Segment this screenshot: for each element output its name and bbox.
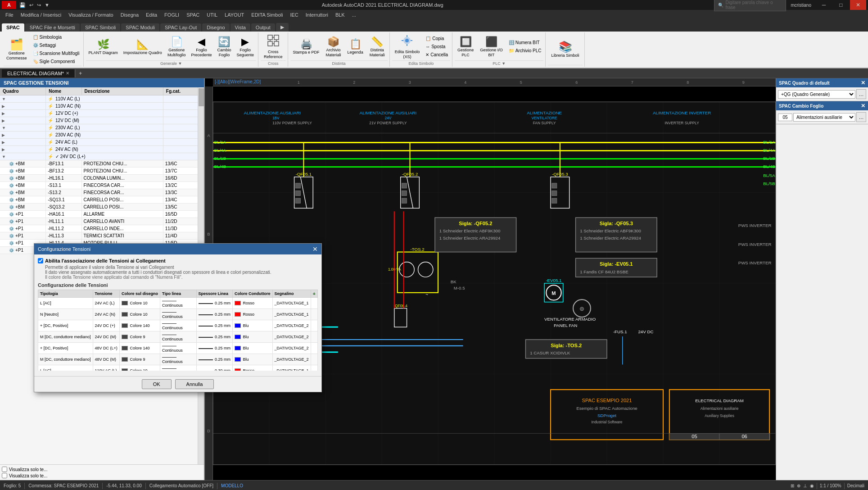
restore-btn[interactable]: □	[833, 0, 849, 10]
btn-stampa-pdf[interactable]: 🖨️ Stampa e PDF	[290, 34, 322, 60]
tension-row[interactable]: ⚙️+BM -HL16.1 COLONNA LUMIN... 16/6D	[0, 175, 198, 182]
btn-distinta-mat[interactable]: 📏 DistintaMateriali	[367, 34, 388, 60]
btn-impostazione[interactable]: 📐 Impostazione Quadro	[121, 34, 164, 60]
tab-output[interactable]: Output	[251, 23, 275, 32]
btn-sigle[interactable]: 🏷️ Sigle Componenti	[31, 58, 82, 65]
dialog-table-row[interactable]: L [AC] 24V AC (L) Colore 10 Continuous 0…	[38, 298, 318, 309]
dialog-table-row[interactable]: + [DC, Positivo] 24V DC (+) Colore 140 C…	[38, 320, 318, 331]
tension-row[interactable]: ▼ ⚡ ✓ 24V DC (L+)	[0, 153, 198, 160]
tension-row[interactable]: ▼ ⚡ 110V AC (L)	[0, 95, 198, 103]
status-polar-icon[interactable]: ◉	[810, 483, 814, 488]
dialog-close-btn[interactable]: ✕	[312, 245, 318, 253]
tension-row[interactable]: ⚙️+P1 -HL11.2 CARRELLO INDE... 11/3D	[0, 225, 198, 232]
tension-row[interactable]: ⚙️+P1 -HL11.3 TERMICI SCATTATI 11/4D	[0, 232, 198, 240]
btn-sposta[interactable]: ↔ Sposta	[423, 43, 450, 50]
menu-edita-simboli[interactable]: EDITA Simboli	[248, 11, 286, 18]
dialog-table-row[interactable]: N [Neutro] 24V AC (N) Colore 10 Continuo…	[38, 309, 318, 320]
doc-tab-add[interactable]: +	[75, 69, 86, 78]
menu-visualizza[interactable]: Visualizza / Formato	[65, 11, 117, 18]
menu-modifica[interactable]: Modifica / Inserisci	[17, 11, 65, 18]
status-ortho-icon[interactable]: ⊥	[803, 483, 807, 488]
btn-archivio-mat[interactable]: 📦 ArchivioMateriali	[323, 34, 344, 60]
search-box[interactable]: 🔍 Digitare parola chiave o frase	[714, 0, 786, 11]
menu-util[interactable]: UTIL	[203, 11, 221, 18]
tension-row[interactable]: ⚙️+P1 -HA16.1 ALLARME 16/5D	[0, 211, 198, 218]
btn-gestione-commesse[interactable]: 🗂️ GestioneCommesse	[4, 36, 30, 63]
btn-simbologia[interactable]: 📋 Simbologia	[31, 33, 82, 41]
dialog-cancel-btn[interactable]: Annulla	[175, 379, 214, 389]
menu-fogli[interactable]: FOGLI	[161, 11, 183, 18]
tab-spac-file[interactable]: SPAC File e Morsetti	[25, 23, 80, 32]
btn-gestione-plc[interactable]: 🔲 GestionePLC	[455, 34, 476, 60]
col-add[interactable]: +	[311, 290, 317, 298]
tab-spac[interactable]: SPAC	[2, 23, 24, 32]
tab-spac-simboli[interactable]: SPAC Simboli	[81, 23, 120, 32]
right-panel-foglio-title[interactable]: SPAC Cambio Foglio ✕	[776, 101, 868, 110]
btn-plant[interactable]: 🌿 PLANT Diagram	[86, 34, 120, 60]
checkbox-visualizza-2[interactable]	[2, 473, 7, 478]
dialog-table-row[interactable]: L [AC] 110V AC (L) Colore 10 Continuous …	[38, 365, 318, 371]
doc-tab-close[interactable]: ✕	[66, 71, 69, 76]
tension-row[interactable]: ⚙️+BM -S13.2 FINECORSA CAR... 13/3C	[0, 189, 198, 196]
btn-cambio-foglio[interactable]: 🔄 CambioFoglio	[215, 34, 233, 60]
foglio-select[interactable]: Alimentazioni ausiliarie	[793, 113, 855, 122]
qat-redo[interactable]: ↪	[36, 2, 42, 8]
btn-numera-bit[interactable]: 🔢 Numera BIT	[506, 39, 544, 46]
tension-row[interactable]: ▶ ⚡ 24V AC (L)	[0, 139, 198, 146]
qat-save[interactable]: 💾	[18, 2, 27, 8]
btn-foglio-prec[interactable]: ◀ FoglioPrecedente	[189, 34, 214, 60]
menu-disegna[interactable]: Disegna	[117, 11, 142, 18]
tension-row[interactable]: ▶ ⚡ 110V AC (N)	[0, 103, 198, 110]
config-dialog[interactable]: Configurazione Tensioni ✕ Abilita l'asso…	[34, 243, 322, 392]
checkbox-visualizza-1[interactable]	[2, 467, 7, 472]
dialog-ok-btn[interactable]: OK	[142, 379, 172, 389]
minimize-btn[interactable]: ─	[816, 0, 832, 10]
tab-disegno[interactable]: Disegno	[202, 23, 229, 32]
tab-vista[interactable]: Vista	[231, 23, 250, 32]
foglio-number-input[interactable]	[778, 113, 792, 121]
menu-edita[interactable]: Edita	[142, 11, 161, 18]
dialog-table-row[interactable]: M [DC, conduttore mediano] 24V DC (M) Co…	[38, 331, 318, 343]
tension-row[interactable]: ▶ ⚡ 12V DC (M)	[0, 117, 198, 124]
btn-scansione[interactable]: 📑 Scansione Multifogli	[31, 50, 82, 57]
tension-row[interactable]: ▼ ⚡ 230V AC (L)	[0, 124, 198, 132]
tension-row[interactable]: ▶ ⚡ 24V AC (N)	[0, 146, 198, 153]
btn-archivio-plc[interactable]: 📁 Archivio PLC	[506, 47, 544, 54]
tension-row[interactable]: ⚙️+BM -SQ13.2 CARRELLO POSI... 13/5C	[0, 204, 198, 211]
menu-interruttori[interactable]: Interruttori	[302, 11, 332, 18]
tension-row[interactable]: ▶ ⚡ 230V AC (N)	[0, 132, 198, 139]
tension-row[interactable]: ▶ ⚡ 12V DC (+)	[0, 110, 198, 117]
btn-cancella[interactable]: ✕ Cancella	[423, 51, 450, 59]
tab-spac-layout[interactable]: SPAC Lay-Out	[160, 23, 201, 32]
menu-iec[interactable]: IEC	[286, 11, 302, 18]
foglio-more-btn[interactable]: …	[856, 112, 866, 122]
checkbox-row-1[interactable]: Visualizza solo te...	[2, 467, 202, 472]
dialog-checkbox-tensioni[interactable]	[38, 258, 43, 263]
btn-gestione-multi[interactable]: 📄 GestioneMultifoglio	[165, 34, 188, 60]
checkbox-row-2[interactable]: Visualizza solo te...	[2, 473, 202, 478]
menu-layout[interactable]: LAYOUT	[221, 11, 248, 18]
tension-row[interactable]: ⚙️+P1 -HL11.1 CARRELLO AVANTI 11/2D	[0, 218, 198, 225]
doc-tab-electrical[interactable]: ELECTRICAL DIAGRAM* ✕	[2, 69, 75, 77]
btn-foglio-succ[interactable]: ▶ FoglioSeguente	[234, 34, 256, 60]
btn-edita-simbolo[interactable]: Edita Simbolo(XS)	[392, 34, 423, 60]
menu-spac[interactable]: SPAC	[183, 11, 203, 18]
tension-row[interactable]: ⚙️+BM -S13.1 FINECORSA CAR... 13/2C	[0, 182, 198, 189]
qat-undo[interactable]: ↩	[28, 2, 35, 8]
btn-cross-reference[interactable]: CrossReference	[261, 34, 286, 60]
btn-libreria-simboli[interactable]: 📚 Libreria Simboli	[548, 36, 582, 62]
tension-row[interactable]: ⚙️+BM -BF13.2 PROTEZIONI CHIU... 13/7C	[0, 168, 198, 175]
close-btn[interactable]: ✕	[850, 0, 866, 10]
tab-spac-moduli[interactable]: SPAC Moduli	[121, 23, 159, 32]
right-panel-foglio-close[interactable]: ✕	[861, 103, 865, 109]
btn-gestione-io[interactable]: ⬛ Gestione I/OBIT	[477, 34, 506, 60]
menu-file[interactable]: File	[2, 11, 17, 18]
btn-legenda[interactable]: 📋 Legenda	[345, 34, 366, 60]
tab-output-extra[interactable]: ▶	[276, 23, 289, 32]
btn-copia[interactable]: 📋 Copia	[423, 35, 450, 42]
right-panel-close-btn[interactable]: ✕	[861, 80, 865, 86]
quadro-select[interactable]: +QG (Quadro Generale)	[778, 90, 855, 99]
status-grid-icon[interactable]: ⊞	[791, 483, 794, 488]
quadro-more-btn[interactable]: …	[856, 89, 866, 99]
dialog-table-row[interactable]: M [DC, conduttore mediano] 48V DC (M) Co…	[38, 354, 318, 365]
